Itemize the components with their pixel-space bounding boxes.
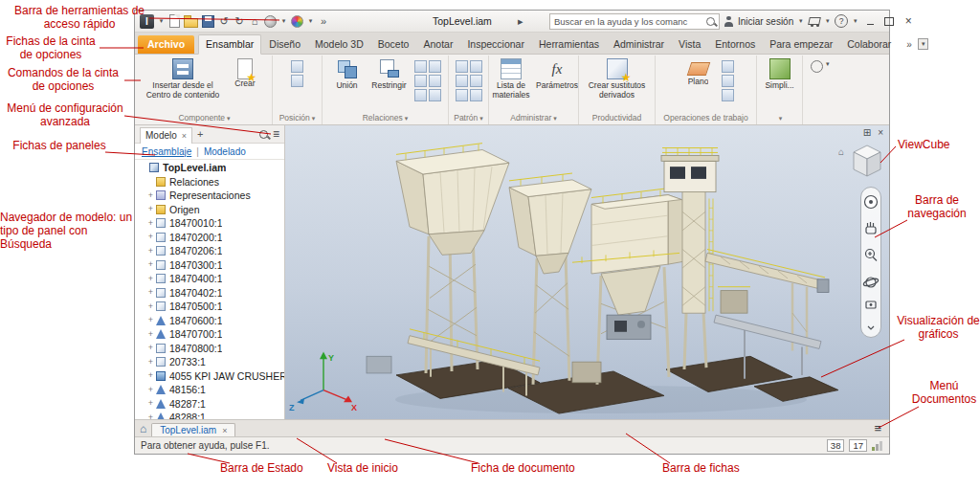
parameters-button[interactable]: fx Parámetros bbox=[536, 57, 578, 91]
tree-item[interactable]: +4055 KPI JAW CRUSHER:1 bbox=[135, 369, 284, 384]
pattern-option-icon[interactable] bbox=[470, 89, 482, 101]
close-document-tab-icon[interactable]: × bbox=[222, 426, 227, 435]
tree-item[interactable]: +Origen bbox=[135, 203, 284, 217]
add-panel-icon[interactable]: + bbox=[197, 128, 203, 140]
cart-dropdown-icon[interactable]: ▾ bbox=[824, 13, 831, 29]
plane-button[interactable]: Plano bbox=[679, 57, 719, 87]
graphics-viewport[interactable]: Y X Z ⊞ × ⌂ bbox=[285, 125, 889, 419]
hopper-mid[interactable] bbox=[509, 173, 591, 274]
tree-expander-icon[interactable]: + bbox=[146, 399, 155, 408]
tree-expander-icon[interactable]: + bbox=[146, 205, 155, 213]
home-icon[interactable]: ⌂ bbox=[249, 13, 260, 29]
viewcube[interactable] bbox=[848, 141, 886, 179]
panel-tab-ensamblaje[interactable]: Ensamblaje bbox=[142, 146, 191, 157]
tree-expander-icon[interactable]: + bbox=[146, 275, 155, 283]
cart-icon[interactable] bbox=[808, 16, 820, 27]
create-component-button[interactable]: ★ Crear bbox=[225, 57, 265, 89]
tree-expander-icon[interactable]: + bbox=[146, 191, 155, 200]
ucs-icon[interactable] bbox=[722, 89, 734, 101]
sign-in-dropdown-icon[interactable]: ▾ bbox=[797, 13, 804, 29]
open-file-icon[interactable] bbox=[184, 13, 198, 29]
hopper-left[interactable] bbox=[396, 144, 509, 256]
browser-search-icon[interactable] bbox=[259, 130, 268, 139]
tree-expander-icon[interactable]: + bbox=[146, 302, 155, 311]
minimize-button[interactable] bbox=[862, 14, 878, 28]
tree-item[interactable]: Relaciones bbox=[135, 175, 284, 189]
relationship-option-icon[interactable] bbox=[414, 75, 427, 87]
insert-from-content-center-button[interactable]: Insertar desde el Centro de contenido bbox=[144, 57, 222, 100]
group-label-productividad[interactable]: Productividad bbox=[579, 113, 655, 124]
app-menu-dropdown-icon[interactable]: ▾ bbox=[158, 13, 165, 29]
ribbon-tab-entornos[interactable]: Entornos bbox=[708, 35, 762, 54]
tree-item[interactable]: +48288:1 bbox=[135, 411, 284, 419]
simplify-button[interactable]: Simpli... bbox=[759, 57, 801, 91]
ribbon-tab-vista[interactable]: Vista bbox=[672, 35, 707, 54]
split-view-icon[interactable]: ⊞ bbox=[863, 127, 871, 138]
relationship-option-icon[interactable] bbox=[429, 89, 441, 101]
ribbon-tab-modelo-3d[interactable]: Modelo 3D bbox=[308, 35, 370, 54]
group-label-administrar[interactable]: Administrar▾ bbox=[489, 113, 578, 124]
tree-item[interactable]: +18470700:1 bbox=[135, 327, 284, 342]
navigation-wheel-icon[interactable] bbox=[865, 196, 878, 209]
relationship-option-icon[interactable] bbox=[429, 75, 441, 87]
bom-button[interactable]: Lista de materiales bbox=[489, 57, 533, 100]
ribbon-tab-administrar[interactable]: Administrar bbox=[607, 35, 671, 54]
documents-menu-button[interactable]: ≡ bbox=[874, 422, 884, 434]
group-label-operaciones[interactable]: Operaciones de trabajo bbox=[656, 113, 756, 124]
browser-tab-modelo[interactable]: Modelo × bbox=[140, 127, 192, 144]
tree-item[interactable]: +18470206:1 bbox=[135, 244, 284, 258]
help-search-box[interactable]: Buscar en la ayuda y los comanc bbox=[549, 13, 720, 30]
constrain-button[interactable]: Restringir bbox=[368, 57, 412, 91]
tree-item[interactable]: +18470300:1 bbox=[135, 258, 284, 273]
tree-expander-icon[interactable]: + bbox=[146, 316, 155, 324]
group-label-componente[interactable]: Componente▾ bbox=[137, 113, 272, 124]
home-view-button[interactable]: ⌂ bbox=[140, 423, 146, 434]
tree-item[interactable]: +18470600:1 bbox=[135, 314, 284, 328]
maximize-button[interactable] bbox=[881, 14, 897, 28]
ribbon-tab-archivo[interactable]: Archivo bbox=[138, 35, 194, 54]
ribbon-tab-inspeccionar[interactable]: Inspeccionar bbox=[460, 35, 531, 54]
ribbon-tab-boceto[interactable]: Boceto bbox=[371, 35, 416, 54]
pattern-option-icon[interactable] bbox=[456, 89, 468, 101]
appearance-wheel-icon[interactable] bbox=[291, 13, 303, 29]
point-icon[interactable] bbox=[722, 75, 734, 87]
sign-in-button[interactable]: Iniciar sesión bbox=[738, 16, 793, 27]
tree-expander-icon[interactable]: + bbox=[146, 344, 155, 352]
advanced-settings-menu-icon[interactable]: ≡ bbox=[273, 127, 279, 141]
pattern-option-icon[interactable] bbox=[470, 75, 482, 87]
group-label-posicion[interactable]: Posición▾ bbox=[273, 113, 322, 124]
relationship-option-icon[interactable] bbox=[429, 60, 441, 73]
material-dropdown-icon[interactable]: ▾ bbox=[280, 13, 287, 29]
panel-tab-modelado[interactable]: Modelado bbox=[204, 146, 246, 157]
pattern-option-icon[interactable] bbox=[456, 75, 468, 87]
tree-expander-icon[interactable]: + bbox=[146, 233, 155, 241]
free-rotate-icon[interactable] bbox=[291, 75, 303, 87]
group-label-relaciones[interactable]: Relaciones▾ bbox=[323, 113, 448, 124]
tree-expander-icon[interactable]: + bbox=[146, 386, 155, 394]
option-circle-icon[interactable] bbox=[811, 60, 823, 73]
ribbon-tab-ensamblar[interactable]: Ensamblar bbox=[198, 34, 261, 55]
pattern-option-icon[interactable] bbox=[456, 60, 468, 73]
new-file-icon[interactable] bbox=[168, 13, 180, 29]
tree-item[interactable]: +18470800:1 bbox=[135, 342, 284, 356]
tree-item[interactable]: +18470402:1 bbox=[135, 286, 284, 301]
tree-item[interactable]: +18470500:1 bbox=[135, 300, 284, 314]
ribbon-tab-anotar[interactable]: Anotar bbox=[416, 35, 459, 54]
ribbon-overflow-icon[interactable]: » bbox=[906, 39, 912, 50]
free-move-icon[interactable] bbox=[291, 60, 303, 73]
tree-item[interactable]: +Representaciones bbox=[135, 189, 284, 203]
tree-item[interactable]: +20733:1 bbox=[135, 355, 284, 369]
navigation-bar[interactable] bbox=[860, 187, 881, 338]
ribbon-minimize-icon[interactable]: ▾ bbox=[918, 38, 929, 50]
tree-expander-icon[interactable]: + bbox=[146, 358, 155, 367]
close-document-icon[interactable]: × bbox=[878, 127, 883, 138]
tree-expander-icon[interactable]: + bbox=[146, 260, 155, 269]
search-collapse-icon[interactable]: ▸ bbox=[515, 13, 526, 29]
tree-item[interactable]: +48156:1 bbox=[135, 383, 284, 397]
tree-expander-icon[interactable]: + bbox=[146, 247, 155, 256]
material-sphere-icon[interactable] bbox=[264, 13, 277, 29]
joint-button[interactable]: Unión bbox=[330, 57, 365, 91]
help-dropdown-icon[interactable]: ▾ bbox=[852, 13, 858, 29]
tree-item[interactable]: +18470010:1 bbox=[135, 216, 284, 231]
tree-expander-icon[interactable]: + bbox=[146, 219, 155, 228]
